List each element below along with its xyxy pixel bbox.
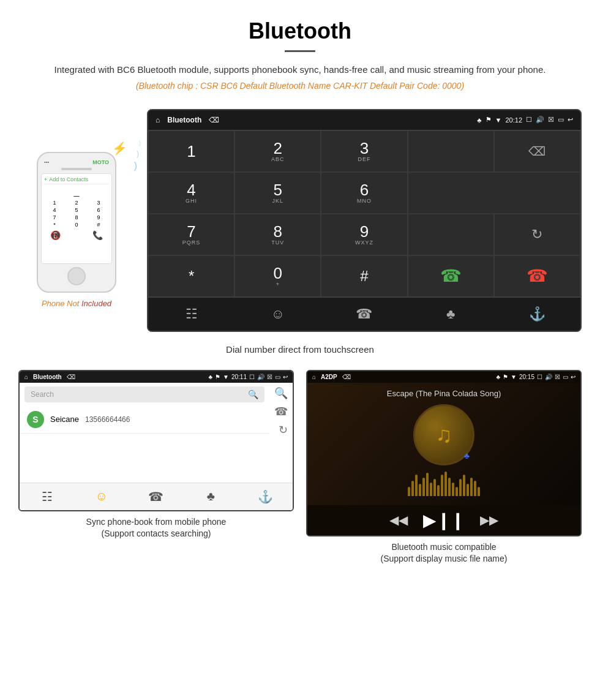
pb-call-btn[interactable]: ☎ (129, 483, 183, 510)
music-song-title: Escape (The Pina Colada Song) (387, 389, 501, 398)
pb-toolbar: ☷ ☺ ☎ ♣ ⚓ (20, 483, 293, 510)
call-button[interactable]: ☎ (408, 255, 494, 297)
page-title: Bluetooth (37, 18, 563, 44)
back-icon: ↩ (568, 116, 573, 124)
eq-bar (437, 485, 440, 496)
key-6[interactable]: 6MNO (321, 172, 407, 214)
key-0[interactable]: 0+ (234, 255, 321, 297)
screen-icon: ▭ (558, 116, 564, 124)
music-card: ⌂ A2DP ⌫ ♣ ⚑ ▼ 20:15 ☐ 🔊 ☒ ▭ ↩ E (306, 370, 582, 565)
pb-contact-row: S Seicane 13566664466 (20, 406, 269, 434)
eq-bar (426, 473, 429, 496)
pb-dialpad-btn[interactable]: ☷ (20, 483, 74, 510)
eq-bar (470, 478, 473, 496)
key-2[interactable]: 2ABC (234, 130, 321, 172)
pb-contacts-btn[interactable]: ☺ (74, 483, 129, 510)
music-vol-icon: 🔊 (545, 374, 552, 380)
pb-contact-avatar: S (27, 411, 44, 428)
dialpad-toolbar-btn[interactable]: ☷ (148, 298, 234, 331)
pb-right-icons: 🔍 ☎ ↻ (269, 383, 293, 483)
eq-bar (415, 475, 418, 496)
pb-statusbar: ⌂ Bluetooth ⌫ ♣ ⚑ ▼ 20:11 ☐ 🔊 ☒ ▭ ↩ (20, 371, 293, 383)
key-5[interactable]: 5JKL (234, 172, 321, 214)
end-call-button[interactable]: ☎ (494, 255, 580, 297)
pb-search-right-icon[interactable]: 🔍 (274, 386, 288, 400)
key-4[interactable]: 4GHI (148, 172, 234, 214)
music-loc-icon: ⚑ (503, 374, 508, 380)
header-divider (285, 50, 315, 52)
delete-button[interactable]: ⌫ (494, 130, 580, 172)
location-icon: ⚑ (486, 116, 492, 124)
header-specs: (Bluetooth chip : CSR BC6 Default Blueto… (37, 81, 563, 91)
phone-home-button (67, 267, 86, 285)
keypad-grid: 1 2ABC 3DEF ⌫ 4GHI 5JKL 6MNO (148, 130, 580, 297)
music-home-icon: ⌂ (312, 374, 316, 380)
bluetooth-toolbar-btn[interactable]: ♣ (408, 298, 494, 331)
phonebook-screen: ⌂ Bluetooth ⌫ ♣ ⚑ ▼ 20:11 ☐ 🔊 ☒ ▭ ↩ (18, 370, 294, 511)
play-pause-button[interactable]: ▶❙❙ (423, 510, 465, 530)
pb-search-bar[interactable]: Search 🔍 (24, 386, 264, 402)
eq-bar (411, 481, 414, 496)
key-8[interactable]: 8TUV (234, 214, 321, 255)
eq-bar (478, 487, 480, 496)
phone-speaker (61, 168, 92, 170)
bluetooth-status-icon: ♣ (477, 116, 481, 124)
volume-icon: 🔊 (536, 116, 544, 124)
key-3[interactable]: 3DEF (321, 130, 407, 172)
eq-bar (430, 483, 432, 496)
empty-cell-1 (408, 172, 580, 214)
bluetooth-icon: ⚡ (112, 141, 127, 156)
key-hash[interactable]: # (321, 255, 407, 297)
key-1[interactable]: 1 (148, 130, 234, 172)
music-back-icon: ↩ (571, 374, 576, 380)
bottom-screenshots: ⌂ Bluetooth ⌫ ♣ ⚑ ▼ 20:11 ☐ 🔊 ☒ ▭ ↩ (0, 364, 600, 571)
music-cam-icon: ☐ (537, 374, 542, 380)
pb-contact-number: 13566664466 (85, 415, 130, 424)
settings-toolbar-btn[interactable]: ⚓ (494, 298, 580, 331)
pb-app-name: Bluetooth (33, 374, 62, 380)
key-7[interactable]: 7PQRS (148, 214, 234, 255)
eq-bar (456, 487, 458, 496)
pb-close-icon: ☒ (267, 374, 272, 380)
music-screen: ⌂ A2DP ⌫ ♣ ⚑ ▼ 20:15 ☐ 🔊 ☒ ▭ ↩ E (306, 370, 582, 536)
pb-search-placeholder: Search (31, 390, 54, 399)
eq-bar (459, 479, 462, 496)
dial-app-name: Bluetooth (167, 116, 201, 124)
next-button[interactable]: ▶▶ (480, 513, 498, 527)
close-icon: ☒ (548, 116, 554, 124)
pb-sig-icon: ▼ (223, 374, 229, 380)
music-body: Escape (The Pina Colada Song) ♫ ♣ (307, 383, 580, 505)
empty-cell-2 (408, 214, 494, 255)
redial-button[interactable]: ↻ (494, 214, 580, 255)
music-usb-icon: ⌫ (342, 374, 351, 380)
eq-bar (444, 472, 447, 496)
pb-time: 20:11 (231, 374, 247, 380)
music-close-icon: ☒ (555, 374, 560, 380)
pb-loc-icon: ⚑ (215, 374, 220, 380)
music-sig-icon: ▼ (511, 374, 517, 380)
music-album-art: ♫ ♣ (413, 404, 474, 465)
phone-container: ) ) ) ⚡ ••• MOTO +Add to Conta (18, 109, 135, 308)
usb-icon: ⌫ (209, 116, 219, 124)
music-statusbar: ⌂ A2DP ⌫ ♣ ⚑ ▼ 20:15 ☐ 🔊 ☒ ▭ ↩ (307, 371, 580, 383)
eq-bar (441, 475, 443, 496)
key-9[interactable]: 9WXYZ (321, 214, 407, 255)
prev-button[interactable]: ◀◀ (389, 513, 408, 527)
music-equalizer (313, 472, 574, 496)
time-display: 20:12 (505, 116, 522, 124)
pb-link-btn[interactable]: ⚓ (238, 483, 293, 510)
phone-screen: +Add to Contacts _ 1 2 3 4 5 6 7 8 9 * (41, 173, 112, 264)
pb-search-icon[interactable]: 🔍 (248, 390, 258, 399)
eq-bar (463, 475, 465, 496)
contacts-toolbar-btn[interactable]: ☺ (234, 298, 321, 331)
pb-call-right-icon[interactable]: ☎ (274, 405, 288, 418)
phone-device: ••• MOTO +Add to Contacts _ 1 2 3 4 (37, 152, 116, 293)
dial-caption: Dial number direct from touchscreen (0, 338, 600, 364)
pb-refresh-right-icon[interactable]: ↻ (279, 423, 288, 437)
camera-icon: ☐ (526, 116, 532, 124)
pb-bt-btn[interactable]: ♣ (184, 483, 238, 510)
recents-toolbar-btn[interactable]: ☎ (321, 298, 407, 331)
eq-bar (422, 478, 425, 496)
phone-not-included-label: Phone Not Included (42, 299, 111, 308)
key-star[interactable]: * (148, 255, 234, 297)
